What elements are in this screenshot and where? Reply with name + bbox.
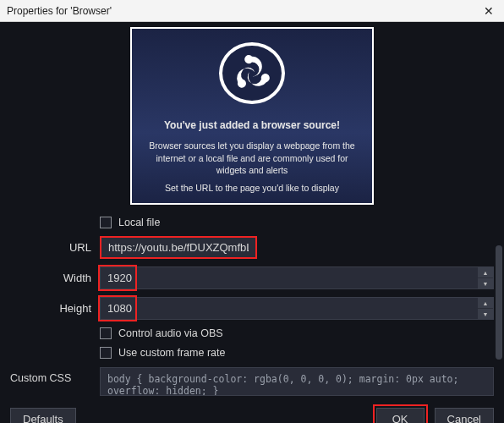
chevron-down-icon[interactable]: ▼ (478, 309, 493, 319)
ok-button[interactable]: OK (376, 408, 425, 423)
control-audio-label: Control audio via OBS (118, 327, 223, 339)
chevron-up-icon[interactable]: ▲ (478, 298, 493, 309)
close-icon[interactable]: ✕ (480, 4, 497, 18)
custom-frame-rate-label: Use custom frame rate (118, 347, 225, 359)
scrollbar-thumb[interactable] (496, 245, 502, 360)
cancel-button[interactable]: Cancel (435, 408, 494, 423)
height-label: Height (10, 302, 91, 315)
chevron-up-icon[interactable]: ▲ (478, 267, 493, 278)
custom-frame-rate-checkbox[interactable]: Use custom frame rate (100, 347, 494, 359)
obs-logo-icon (219, 42, 285, 104)
checkbox-icon (100, 347, 112, 359)
checkbox-icon (100, 327, 112, 339)
form: Local file URL Width ▲ ▼ Height ▲ ▼ (10, 217, 494, 359)
height-input[interactable] (100, 297, 494, 320)
titlebar: Properties for 'Browser' ✕ (0, 0, 504, 22)
local-file-label: Local file (118, 217, 160, 228)
scrollbar[interactable] (496, 51, 502, 382)
chevron-down-icon[interactable]: ▼ (478, 278, 493, 288)
url-input[interactable] (101, 238, 255, 257)
checkbox-icon (100, 217, 112, 228)
width-stepper[interactable]: ▲ ▼ (478, 267, 493, 288)
height-stepper[interactable]: ▲ ▼ (478, 298, 493, 319)
custom-css-label: Custom CSS (10, 367, 91, 384)
width-label: Width (10, 272, 91, 284)
window-title: Properties for 'Browser' (7, 5, 112, 17)
dialog-content: You've just added a browser source! Brow… (0, 22, 504, 423)
footer: Defaults OK Cancel (10, 396, 494, 423)
intro-hint: Set the URL to the page you'd like to di… (165, 183, 339, 193)
intro-desc: Browser sources let you display a webpag… (147, 140, 357, 176)
local-file-checkbox[interactable]: Local file (100, 217, 494, 228)
control-audio-checkbox[interactable]: Control audio via OBS (100, 327, 494, 339)
defaults-button[interactable]: Defaults (10, 408, 76, 423)
width-input[interactable] (100, 266, 494, 289)
url-label: URL (10, 241, 91, 254)
intro-panel: You've just added a browser source! Brow… (130, 27, 374, 205)
intro-heading: You've just added a browser source! (164, 119, 340, 131)
custom-css-input[interactable]: body { background-color: rgba(0, 0, 0, 0… (100, 367, 494, 396)
